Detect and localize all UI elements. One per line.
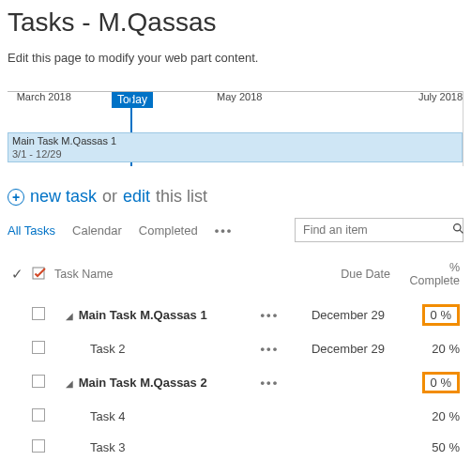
timeline: Today July 2018May 2018March 2018 Main T…	[8, 91, 463, 166]
task-name-cell[interactable]: Main Task M.Qassas 2	[79, 376, 207, 390]
col-pct-complete[interactable]: % Complete	[394, 255, 463, 297]
due-date-cell: December 29	[283, 297, 394, 333]
table-row: ◢ Main Task M.Qassas 2•••0 %	[8, 364, 463, 401]
task-name-cell[interactable]: Task 4	[90, 409, 126, 423]
task-name-cell[interactable]: Task 3	[90, 440, 126, 454]
search-icon[interactable]	[452, 223, 464, 238]
timeline-tick-label: July 2018	[418, 91, 463, 102]
select-all-check-icon[interactable]: ✓	[11, 266, 23, 282]
table-row: Task 350 %	[8, 432, 463, 463]
due-date-cell	[283, 364, 394, 401]
svg-point-0	[454, 224, 461, 231]
collapse-caret-icon[interactable]: ◢	[66, 311, 73, 321]
timeline-bar-title: Main Task M.Qassas 1	[12, 135, 458, 148]
task-name-cell[interactable]: Task 2	[90, 342, 126, 356]
collapse-caret-icon[interactable]: ◢	[66, 378, 73, 389]
plus-circle-icon[interactable]: +	[8, 189, 24, 206]
task-table: ✓ Task Name Due Date % Complete ◢ Main T…	[8, 255, 463, 463]
search-input[interactable]	[301, 223, 452, 238]
col-due-date[interactable]: Due Date	[283, 255, 394, 297]
pct-complete-cell: 20 %	[432, 342, 460, 356]
row-checkbox[interactable]	[32, 375, 45, 388]
col-task-name[interactable]: Task Name	[51, 255, 257, 297]
task-status-column-icon[interactable]	[32, 267, 47, 282]
new-task-link[interactable]: new task	[30, 187, 97, 207]
view-tab[interactable]: Calendar	[72, 223, 122, 238]
row-checkbox[interactable]	[32, 307, 45, 320]
today-marker-badge: Today	[112, 91, 153, 108]
timeline-bar[interactable]: Main Task M.Qassas 1 3/1 - 12/29	[8, 132, 463, 162]
svg-rect-2	[33, 268, 44, 279]
row-actions-icon[interactable]: •••	[261, 342, 280, 356]
pct-complete-cell: 0 %	[422, 304, 460, 326]
timeline-axis: July 2018May 2018March 2018	[8, 91, 463, 92]
pct-complete-cell: 20 %	[432, 409, 460, 423]
task-name-cell[interactable]: Main Task M.Qassas 1	[79, 308, 207, 322]
due-date-cell: December 29	[283, 333, 394, 364]
timeline-bar-range: 3/1 - 12/29	[12, 148, 458, 161]
timeline-tick-label: May 2018	[217, 91, 262, 102]
timeline-tick-label: March 2018	[17, 91, 71, 102]
table-row: ◢ Main Task M.Qassas 1•••December 290 %	[8, 297, 463, 333]
page-title: Tasks - M.Qassas	[8, 8, 463, 38]
due-date-cell	[283, 401, 394, 432]
views-row: All TasksCalendarCompleted •••	[8, 218, 463, 242]
views-more-icon[interactable]: •••	[215, 223, 234, 238]
row-checkbox[interactable]	[32, 341, 45, 354]
edit-hint-text: Edit this page to modify your web part c…	[8, 51, 463, 65]
view-tab[interactable]: All Tasks	[8, 223, 55, 238]
view-tab[interactable]: Completed	[139, 223, 198, 238]
table-row: Task 2•••December 2920 %	[8, 333, 463, 364]
toolbar-thislist-text: this list	[156, 187, 207, 207]
table-row: Task 420 %	[8, 401, 463, 432]
pct-complete-cell: 0 %	[422, 372, 460, 393]
row-checkbox[interactable]	[32, 408, 45, 422]
row-checkbox[interactable]	[32, 439, 45, 453]
row-actions-icon[interactable]: •••	[261, 376, 280, 390]
due-date-cell	[283, 432, 394, 463]
list-toolbar: + new task or edit this list	[8, 187, 463, 207]
search-box[interactable]	[295, 218, 463, 242]
svg-line-1	[460, 230, 463, 233]
pct-complete-cell: 50 %	[432, 440, 460, 454]
edit-list-link[interactable]: edit	[123, 187, 150, 207]
row-actions-icon[interactable]: •••	[261, 308, 280, 322]
toolbar-or-text: or	[102, 187, 117, 207]
